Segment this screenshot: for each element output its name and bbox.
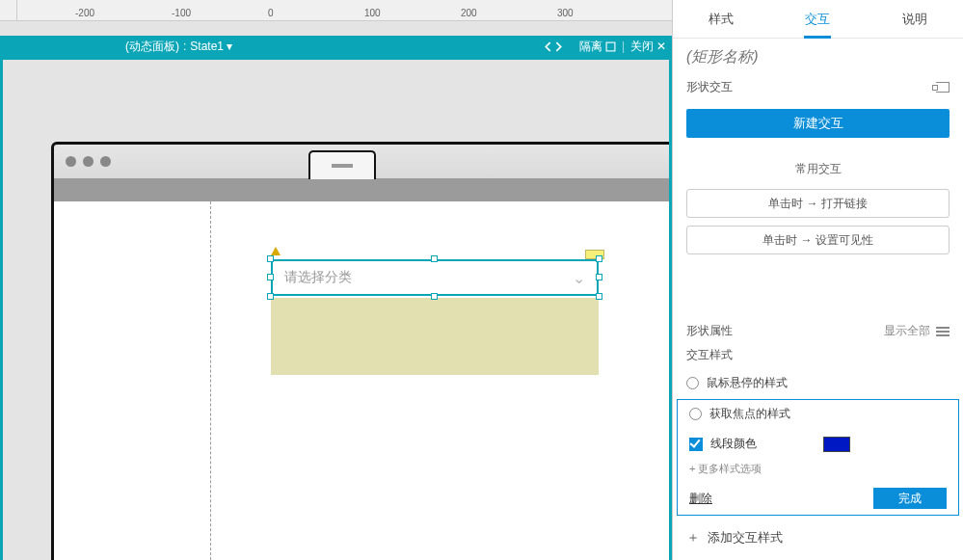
widget-name-input[interactable] xyxy=(686,48,950,66)
select-placeholder: 请选择分类 xyxy=(284,269,573,286)
ruler-tick: -100 xyxy=(172,8,191,18)
dropdown-panel-area xyxy=(271,298,599,375)
resize-handle[interactable] xyxy=(596,255,602,262)
canvas-area: -200 -100 0 100 200 300 (动态面板): State1 ▾… xyxy=(0,0,672,560)
shape-props-label: 形状属性 xyxy=(686,323,733,339)
plus-icon: ＋ xyxy=(686,529,700,547)
more-style-options[interactable]: + 更多样式选项 xyxy=(678,460,958,484)
line-color-checkbox[interactable] xyxy=(689,438,703,451)
tab-style[interactable]: 样式 xyxy=(673,0,769,38)
footnote-marker-icon[interactable] xyxy=(271,247,281,255)
dynamic-panel-bar: (动态面板): State1 ▾ 隔离 | 关闭 ✕ xyxy=(0,36,672,57)
resize-handle[interactable] xyxy=(267,293,274,300)
preset-click-visible[interactable]: 单击时 → 设置可见性 xyxy=(686,226,950,254)
inspector-panel: 样式 交互 说明 形状交互 新建交互 常用交互 单击时 → 打开链接 单击时 →… xyxy=(672,0,963,560)
resize-handle[interactable] xyxy=(431,255,438,262)
tab-notes[interactable]: 说明 xyxy=(867,0,963,38)
next-state-icon[interactable] xyxy=(553,41,564,52)
close-button[interactable]: 关闭 ✕ xyxy=(630,39,666,55)
delete-style-button[interactable]: 删除 xyxy=(689,491,712,507)
interact-styles-label: 交互样式 xyxy=(673,343,963,371)
close-icon: ✕ xyxy=(656,40,666,53)
ruler-tick: 100 xyxy=(364,8,381,18)
shape-interact-label: 形状交互 xyxy=(686,79,733,95)
line-color-label: 线段颜色 xyxy=(710,436,757,452)
focus-style-row[interactable]: 获取焦点的样式 xyxy=(678,400,958,428)
selected-widget[interactable]: 请选择分类 ⌄ xyxy=(271,259,599,296)
hover-style-label: 鼠标悬停的样式 xyxy=(707,375,788,391)
ruler-tick: 300 xyxy=(557,8,574,18)
tab-interact[interactable]: 交互 xyxy=(769,0,866,38)
radio-icon xyxy=(686,377,699,389)
guide-line[interactable] xyxy=(210,201,211,560)
resize-handle[interactable] xyxy=(596,274,602,280)
panel-editor-frame: 请选择分类 ⌄ xyxy=(0,57,672,560)
done-button[interactable]: 完成 xyxy=(873,488,947,509)
resize-handle[interactable] xyxy=(431,293,438,300)
state-selector[interactable]: State1 ▾ xyxy=(190,40,232,53)
isolate-button[interactable]: 隔离 xyxy=(579,39,616,55)
ruler-tick: -200 xyxy=(75,8,94,18)
line-color-swatch[interactable] xyxy=(823,437,850,452)
resize-handle[interactable] xyxy=(267,274,274,280)
add-style-label: 添加交互样式 xyxy=(708,529,783,547)
new-interaction-button[interactable]: 新建交互 xyxy=(686,109,950,138)
common-interactions-label: 常用交互 xyxy=(673,161,963,177)
ruler-tick: 0 xyxy=(268,8,274,18)
ruler-horizontal: -200 -100 0 100 200 300 xyxy=(0,0,672,21)
browser-tab-icon xyxy=(308,150,376,179)
focus-style-editor: 获取焦点的样式 线段颜色 + 更多样式选项 删除 完成 xyxy=(677,399,959,516)
ruler-tick: 200 xyxy=(461,8,477,18)
resize-handle[interactable] xyxy=(267,255,274,262)
preset-click-link[interactable]: 单击时 → 打开链接 xyxy=(686,189,950,218)
prev-state-icon[interactable] xyxy=(543,41,553,52)
chevron-down-icon: ⌄ xyxy=(573,269,585,287)
presets-icon[interactable] xyxy=(936,82,950,93)
add-interact-style[interactable]: ＋ 添加交互样式 xyxy=(673,516,963,560)
focus-style-label: 获取焦点的样式 xyxy=(709,406,790,422)
menu-icon xyxy=(936,325,950,338)
radio-icon xyxy=(689,408,702,420)
hover-style-row[interactable]: 鼠标悬停的样式 xyxy=(673,371,963,395)
panel-widget-type: (动态面板) xyxy=(125,39,179,55)
show-all-button[interactable]: 显示全部 xyxy=(884,323,950,339)
svg-rect-0 xyxy=(606,42,615,51)
browser-mockup: 请选择分类 ⌄ xyxy=(51,142,672,560)
resize-handle[interactable] xyxy=(596,293,602,300)
